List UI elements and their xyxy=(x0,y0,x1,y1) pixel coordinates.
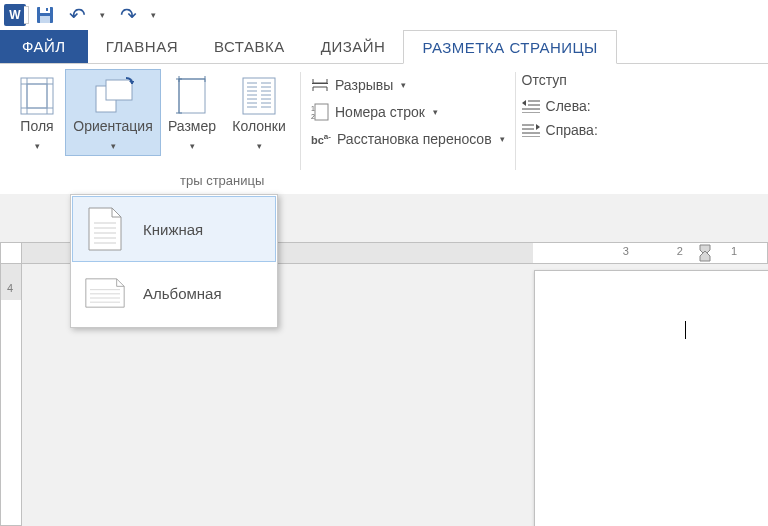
margins-icon xyxy=(20,76,54,116)
tab-insert[interactable]: ВСТАВКА xyxy=(196,30,303,63)
breaks-button[interactable]: Разрывы ▾ xyxy=(305,74,511,96)
orientation-dropdown: Книжная Альбомная xyxy=(70,194,278,328)
group-label-page-setup: тры страницы xyxy=(180,173,264,188)
orientation-portrait-item[interactable]: Книжная xyxy=(73,197,275,261)
margins-label: Поля xyxy=(20,118,53,135)
size-icon xyxy=(175,76,209,116)
tab-page-layout[interactable]: РАЗМЕТКА СТРАНИЦЫ xyxy=(403,30,616,64)
size-button[interactable]: Размер ▾ xyxy=(160,70,224,155)
undo-button[interactable]: ↶ xyxy=(64,2,90,28)
save-button[interactable] xyxy=(32,2,58,28)
redo-button[interactable]: ↷ xyxy=(115,2,141,28)
redo-icon: ↷ xyxy=(120,5,137,25)
ribbon: Поля ▾ Ориентация ▾ xyxy=(0,64,768,194)
svg-text:2: 2 xyxy=(311,113,315,120)
ruler-tick: 3 xyxy=(623,245,629,257)
qat-customize-caret[interactable]: ▾ xyxy=(147,10,160,20)
svg-rect-2 xyxy=(40,16,50,23)
orientation-label: Ориентация xyxy=(73,118,152,135)
chevron-down-icon: ▾ xyxy=(111,141,116,151)
indent-right-label: Справа: xyxy=(546,122,598,138)
indent-marker-icon[interactable] xyxy=(699,244,711,262)
indent-title: Отступ xyxy=(522,72,598,88)
indent-group: Отступ Слева: Справа: xyxy=(516,68,604,194)
text-cursor xyxy=(685,321,686,339)
tab-file[interactable]: ФАЙЛ xyxy=(0,30,88,63)
chevron-down-icon: ▾ xyxy=(190,141,195,151)
hyphenation-label: Расстановка переносов xyxy=(337,131,492,147)
vertical-ruler[interactable]: 4 xyxy=(0,264,22,526)
line-numbers-icon: 12 xyxy=(311,103,329,121)
landscape-label: Альбомная xyxy=(143,285,222,302)
ruler-corner xyxy=(0,242,22,264)
ruler-tick: 4 xyxy=(7,282,13,294)
hyphenation-button[interactable]: bca- Расстановка переносов ▾ xyxy=(305,128,511,150)
chevron-down-icon: ▾ xyxy=(500,134,505,144)
columns-button[interactable]: Колонки ▾ xyxy=(224,70,294,155)
landscape-icon xyxy=(85,269,125,317)
line-numbers-label: Номера строк xyxy=(335,104,425,120)
chevron-down-icon: ▾ xyxy=(257,141,262,151)
page-setup-stack: Разрывы ▾ 12 Номера строк ▾ bca- Расстан… xyxy=(301,68,515,194)
svg-rect-11 xyxy=(106,80,132,100)
svg-rect-3 xyxy=(46,8,48,11)
indent-right-row[interactable]: Справа: xyxy=(522,122,598,138)
ribbon-tabs: ФАЙЛ ГЛАВНАЯ ВСТАВКА ДИЗАЙН РАЗМЕТКА СТР… xyxy=(0,30,768,64)
indent-left-row[interactable]: Слева: xyxy=(522,98,598,114)
svg-text:1: 1 xyxy=(311,105,315,112)
margins-button[interactable]: Поля ▾ xyxy=(8,70,66,155)
svg-rect-4 xyxy=(21,78,53,114)
breaks-label: Разрывы xyxy=(335,77,393,93)
ruler-tick: 2 xyxy=(677,245,683,257)
tab-home[interactable]: ГЛАВНАЯ xyxy=(88,30,196,63)
word-app-icon: W xyxy=(4,4,26,26)
svg-marker-61 xyxy=(700,251,710,261)
svg-rect-13 xyxy=(179,79,205,113)
chevron-down-icon: ▾ xyxy=(433,107,438,117)
line-numbers-button[interactable]: 12 Номера строк ▾ xyxy=(305,100,511,124)
indent-left-label: Слева: xyxy=(546,98,591,114)
quick-access-toolbar: W ↶ ▾ ↷ ▾ xyxy=(0,0,768,30)
orientation-icon xyxy=(92,76,134,116)
hyphenation-icon: bca- xyxy=(311,132,331,146)
orientation-button[interactable]: Ориентация ▾ xyxy=(66,70,160,155)
undo-dropdown-caret[interactable]: ▾ xyxy=(96,10,109,20)
save-icon xyxy=(36,6,54,24)
breaks-icon xyxy=(311,77,329,93)
svg-rect-36 xyxy=(315,104,328,120)
svg-rect-1 xyxy=(40,7,50,13)
indent-right-icon xyxy=(522,123,540,137)
svg-marker-49 xyxy=(89,208,121,250)
tab-design[interactable]: ДИЗАЙН xyxy=(303,30,404,63)
undo-icon: ↶ xyxy=(69,5,86,25)
indent-left-icon xyxy=(522,99,540,113)
ruler-tick: 1 xyxy=(731,245,737,257)
portrait-label: Книжная xyxy=(143,221,203,238)
columns-icon xyxy=(242,76,276,116)
orientation-landscape-item[interactable]: Альбомная xyxy=(73,261,275,325)
chevron-down-icon: ▾ xyxy=(401,80,406,90)
size-label: Размер xyxy=(168,118,216,135)
portrait-icon xyxy=(85,205,125,253)
svg-marker-55 xyxy=(86,279,124,307)
chevron-down-icon: ▾ xyxy=(35,141,40,151)
columns-label: Колонки xyxy=(232,118,285,135)
svg-marker-48 xyxy=(536,124,540,130)
svg-marker-43 xyxy=(522,100,526,106)
document-page[interactable] xyxy=(534,270,768,526)
